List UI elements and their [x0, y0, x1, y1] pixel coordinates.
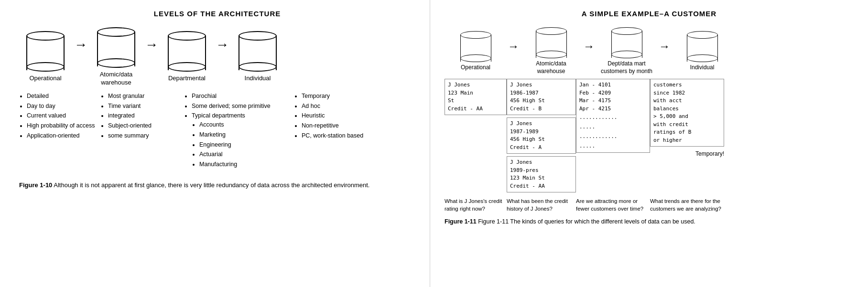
cyl-bottom — [26, 62, 65, 72]
left-caption: Figure 1-10 Although it is not apparent … — [19, 181, 411, 190]
bullet-item: Detailed — [27, 92, 98, 101]
cyl-individual: Individual — [231, 31, 284, 83]
data-box-customers: customers since 1982 with acct balances … — [650, 79, 724, 147]
right-title: A SIMPLE EXAMPLE–A CUSTOMER — [445, 10, 854, 18]
small-cylinder-shape — [687, 31, 718, 62]
right-caption-label: Figure 1-11 — [445, 218, 477, 225]
cyl-label-atomic: Atomic/datawarehouse — [100, 71, 133, 87]
cyl-atomic: Atomic/datawarehouse — [90, 27, 142, 87]
query-row: What is J Jones's credit rating right no… — [445, 197, 854, 213]
bullet-item: Non-repetitive — [302, 121, 368, 130]
left-cylinder-row: Operational → Atomic/datawarehouse → Dep… — [19, 27, 415, 87]
cyl-departmental: Departmental — [161, 31, 213, 83]
query-col-2: What has been the credit history of J Jo… — [507, 197, 576, 213]
bullet-item: Accounts — [199, 120, 292, 129]
query-col-1: What is J Jones's credit rating right no… — [445, 197, 507, 213]
right-cyl-label-individual: Individual — [673, 64, 731, 72]
right-arrow-1: → — [508, 40, 519, 63]
bullet-col-2: Most granular Time variant integrated Su… — [100, 92, 184, 170]
bullet-item: Manufacturing — [199, 160, 292, 169]
right-caption-text: Figure 1-11 The kinds of queries for whi… — [478, 218, 695, 225]
temporary-label: Temporary! — [650, 150, 724, 157]
bullet-item: Time variant — [108, 102, 182, 111]
bullet-col-1: Detailed Day to day Current valued High … — [19, 92, 100, 170]
bullet-item: integrated — [108, 111, 182, 120]
left-panel: LEVELS OF THE ARCHITECTURE Operational →… — [0, 0, 430, 287]
bullet-item: Subject-oriented — [108, 121, 182, 130]
query-col-4: What trends are there for the customers … — [650, 197, 724, 213]
right-cyl-individual: Individual — [671, 31, 733, 72]
bullet-item: High probability of access — [27, 121, 98, 130]
bullet-item: Application-oriented — [27, 131, 98, 140]
caption-figure-label: Figure 1-10 — [19, 181, 52, 189]
arrow-2: → — [145, 38, 158, 61]
small-cyl-bottom — [687, 54, 718, 62]
query-col-3: Are we attracting more or fewer customer… — [576, 197, 650, 213]
cyl-bottom — [168, 62, 206, 72]
bullet-col-3: Parochial Some derived; some primitive T… — [184, 92, 294, 170]
cyl-bottom — [239, 62, 277, 72]
bullet-item: PC, work-station based — [302, 131, 368, 140]
data-col-2: J Jones 1986-1987 456 High St Credit - B… — [507, 79, 576, 192]
data-box-jones-1987: J Jones 1987-1989 456 High St Credit - A — [507, 117, 576, 154]
small-cyl-top — [536, 27, 567, 35]
bullet-item: Some derived; some primitive — [192, 102, 292, 111]
monthly-values: Jan - 4101Feb - 4209Mar - 4175Apr - 4215 — [579, 81, 647, 113]
caption-text: Although it is not apparent at first gla… — [54, 181, 369, 189]
data-col-4: customers since 1982 with acct balances … — [650, 79, 724, 157]
query-text-2: What has been the credit history of J Jo… — [507, 198, 568, 212]
query-text-3: Are we attracting more or fewer customer… — [576, 198, 643, 212]
query-text-1: What is J Jones's credit rating right no… — [445, 198, 502, 212]
right-cyl-dept: Dept/data martcustomers by month — [596, 27, 658, 75]
right-arrow-2: → — [583, 40, 595, 63]
query-text-4: What trends are there for the customers … — [650, 198, 721, 212]
cyl-label-operational: Operational — [29, 74, 61, 83]
bullet-item: Engineering — [199, 140, 292, 149]
data-boxes-row: J Jones 123 Main St Credit - AA J Jones … — [445, 79, 854, 192]
bullet-item: Parochial — [192, 92, 292, 101]
data-box-monthly: Jan - 4101Feb - 4209Mar - 4175Apr - 4215… — [576, 79, 650, 153]
right-cyl-label-dept: Dept/data martcustomers by month — [598, 60, 655, 75]
small-cyl-top — [687, 31, 718, 39]
right-panel: A SIMPLE EXAMPLE–A CUSTOMER Operational … — [430, 0, 868, 287]
cylinder-shape — [97, 27, 135, 68]
right-cyl-label-op: Operational — [447, 64, 504, 72]
data-box-jones-1986: J Jones 1986-1987 456 High St Credit - B — [507, 79, 576, 115]
right-cyl-label-atomic: Atomic/datawarehouse — [522, 60, 580, 75]
right-cylinder-row: Operational → Atomic/datawarehouse → Dep… — [445, 27, 854, 75]
right-cyl-operational: Operational — [445, 31, 507, 72]
bullet-row: Detailed Day to day Current valued High … — [19, 92, 415, 170]
cyl-label-departmental: Departmental — [168, 74, 206, 83]
cylinder-shape — [168, 31, 206, 72]
cylinder-shape — [26, 31, 65, 72]
bullet-item: Actuarial — [199, 150, 292, 159]
bullet-item: Day to day — [27, 102, 98, 111]
right-arrow-3: → — [659, 40, 670, 63]
data-col-3: Jan - 4101Feb - 4209Mar - 4175Apr - 4215… — [576, 79, 650, 153]
data-box-jones-1989: J Jones 1989-pres 123 Main St Credit - A… — [507, 156, 576, 192]
cyl-top — [97, 27, 135, 37]
cyl-operational: Operational — [19, 31, 72, 83]
bullet-item: Heuristic — [302, 111, 368, 120]
small-cyl-top — [460, 31, 491, 39]
small-cylinder-shape — [460, 31, 491, 62]
small-cyl-bottom — [460, 54, 491, 62]
bullet-item: some summary — [108, 131, 182, 140]
bullet-item: Marketing — [199, 130, 292, 139]
small-cyl-top — [611, 27, 642, 35]
bullet-item: Typical departments Accounts Marketing E… — [192, 111, 292, 169]
arrow-1: → — [74, 38, 87, 61]
arrow-3: → — [216, 38, 229, 61]
small-cyl-bottom — [611, 51, 642, 58]
small-cylinder-shape — [611, 27, 642, 58]
bullet-item: Ad hoc — [302, 102, 368, 111]
cyl-label-individual: Individual — [245, 74, 271, 83]
bullet-item: Current valued — [27, 111, 98, 120]
right-cyl-atomic: Atomic/datawarehouse — [520, 27, 582, 75]
small-cyl-bottom — [536, 51, 567, 58]
bullet-item: Most granular — [108, 92, 182, 101]
cylinder-shape — [239, 31, 277, 72]
data-col-1: J Jones 123 Main St Credit - AA — [445, 79, 507, 115]
bullet-item: Temporary — [302, 92, 368, 101]
small-cylinder-shape — [536, 27, 567, 58]
